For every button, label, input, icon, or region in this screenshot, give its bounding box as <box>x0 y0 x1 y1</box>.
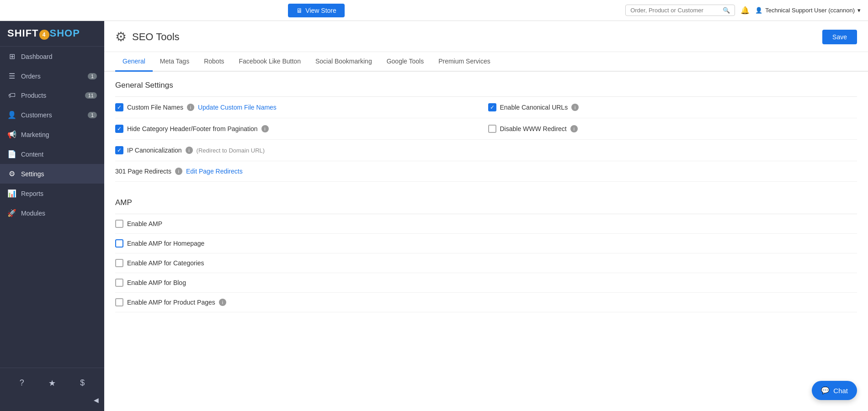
canonical-urls-checkbox[interactable]: ✓ <box>488 103 496 111</box>
amp-blog-label: Enable AMP for Blog <box>127 279 186 286</box>
customers-icon: 👤 <box>7 111 16 119</box>
tab-robots[interactable]: Robots <box>197 52 231 72</box>
edit-page-redirects-link[interactable]: Edit Page Redirects <box>186 168 243 175</box>
amp-title: AMP <box>115 191 857 214</box>
ip-canonicalization-checkbox[interactable]: ✓ <box>115 146 123 154</box>
sidebar-bottom-icons: ? ★ $ <box>0 373 104 394</box>
logo-shift: SHIFT <box>7 27 39 39</box>
notifications-bell-icon[interactable]: 🔔 <box>740 6 750 15</box>
modules-icon: 🚀 <box>7 209 16 217</box>
tab-premium-services[interactable]: Premium Services <box>431 52 498 72</box>
sidebar-collapse-button[interactable]: ◀ <box>0 394 104 406</box>
sidebar-item-label: Orders <box>21 73 41 80</box>
collapse-icon: ◀ <box>94 396 99 404</box>
tab-facebook-like-button[interactable]: Facebook Like Button <box>232 52 308 72</box>
amp-blog-checkbox[interactable] <box>115 279 123 287</box>
view-store-button[interactable]: 🖥 View Store <box>288 4 344 17</box>
tab-google-tools[interactable]: Google Tools <box>379 52 431 72</box>
search-icon: 🔍 <box>723 7 730 14</box>
reports-icon: 📊 <box>7 189 16 198</box>
content-area: General Settings ✓ Custom File Names i U… <box>104 72 868 411</box>
amp-product-pages-info-icon[interactable]: i <box>219 299 226 306</box>
amp-row-categories: Enable AMP for Categories <box>115 253 857 273</box>
checkmark-icon: ✓ <box>117 126 122 132</box>
canonical-urls-label: Enable Canonical URLs <box>500 104 568 111</box>
amp-product-pages-checkbox[interactable] <box>115 298 123 306</box>
general-settings-title: General Settings <box>115 72 857 97</box>
page-title-area: ⚙ SEO Tools <box>115 29 180 44</box>
favorites-icon[interactable]: ★ <box>47 376 58 390</box>
sidebar-item-marketing[interactable]: 📢 Marketing <box>0 125 104 144</box>
update-custom-file-names-link[interactable]: Update Custom File Names <box>198 104 277 111</box>
canonical-urls-info-icon[interactable]: i <box>571 104 579 111</box>
ip-canonicalization-muted: (Redirect to Domain URL) <box>197 147 265 154</box>
logo-badge: 4 <box>39 30 49 40</box>
disable-www-info-icon[interactable]: i <box>570 125 578 132</box>
301-redirects-label: 301 Page Redirects <box>115 168 171 175</box>
enable-amp-label: Enable AMP <box>127 220 162 227</box>
sidebar-item-orders[interactable]: ☰ Orders 1 <box>0 66 104 86</box>
user-menu[interactable]: 👤 Technical Support User (ccannon) ▾ <box>755 7 861 14</box>
chat-icon: 💬 <box>821 386 830 395</box>
settings-row-ip-canonicalization: ✓ IP Canonicalization i (Redirect to Dom… <box>115 140 857 161</box>
store-icon: 🖥 <box>296 7 303 14</box>
sidebar-item-label: Content <box>21 151 43 158</box>
help-icon[interactable]: ? <box>18 376 26 390</box>
sidebar-item-customers[interactable]: 👤 Customers 1 <box>0 105 104 125</box>
disable-www-checkbox[interactable] <box>488 125 496 133</box>
sidebar-item-label: Customers <box>21 111 52 119</box>
sidebar-logo: SHIFT4SHOP <box>0 21 104 47</box>
301-redirects-info-icon[interactable]: i <box>175 168 182 175</box>
layout: SHIFT4SHOP ⊞ Dashboard ☰ Orders 1 🏷 Prod… <box>0 21 868 411</box>
sidebar-nav: ⊞ Dashboard ☰ Orders 1 🏷 Products 11 👤 C… <box>0 47 104 223</box>
hide-category-checkbox[interactable]: ✓ <box>115 125 123 133</box>
settings-icon: ⚙ <box>7 169 16 178</box>
amp-section: AMP Enable AMP Enable AMP for Homepage E… <box>115 191 857 312</box>
topbar-right: 🔍 🔔 👤 Technical Support User (ccannon) ▾ <box>625 5 861 16</box>
tabs: General Meta Tags Robots Facebook Like B… <box>104 52 868 72</box>
search-input[interactable] <box>630 7 720 14</box>
save-button[interactable]: Save <box>822 30 857 44</box>
chat-button[interactable]: 💬 Chat <box>812 381 857 400</box>
ip-canonicalization-label: IP Canonicalization <box>127 147 182 154</box>
products-icon: 🏷 <box>7 91 16 100</box>
custom-file-names-info-icon[interactable]: i <box>187 104 194 111</box>
sidebar-item-content[interactable]: 📄 Content <box>0 144 104 164</box>
sidebar-item-products[interactable]: 🏷 Products 11 <box>0 86 104 105</box>
amp-categories-checkbox[interactable] <box>115 259 123 267</box>
chat-label: Chat <box>833 387 848 395</box>
checkmark-icon: ✓ <box>117 147 122 153</box>
dashboard-icon: ⊞ <box>7 52 16 61</box>
products-badge: 11 <box>85 92 97 99</box>
user-name-label: Technical Support User (ccannon) <box>765 7 855 14</box>
logo: SHIFT4SHOP <box>7 27 80 40</box>
sidebar-item-settings[interactable]: ⚙ Settings <box>0 164 104 184</box>
user-avatar-icon: 👤 <box>755 7 762 14</box>
checkmark-icon: ✓ <box>117 104 122 111</box>
hide-category-info-icon[interactable]: i <box>261 125 269 132</box>
search-box[interactable]: 🔍 <box>625 5 735 16</box>
ip-canonicalization-info-icon[interactable]: i <box>186 147 193 154</box>
topbar-center: 🖥 View Store <box>288 4 344 17</box>
sidebar-item-reports[interactable]: 📊 Reports <box>0 184 104 203</box>
amp-homepage-checkbox[interactable] <box>115 239 123 248</box>
page-title: SEO Tools <box>132 31 180 43</box>
view-store-label: View Store <box>305 7 336 14</box>
seo-tools-icon: ⚙ <box>115 29 127 44</box>
logo-shop: SHOP <box>50 27 80 39</box>
billing-icon[interactable]: $ <box>78 376 86 390</box>
hide-category-label: Hide Category Header/Footer from Paginat… <box>127 125 258 132</box>
tab-meta-tags[interactable]: Meta Tags <box>153 52 197 72</box>
enable-amp-checkbox[interactable] <box>115 220 123 228</box>
sidebar-item-label: Settings <box>21 170 44 178</box>
tab-general[interactable]: General <box>115 52 153 72</box>
custom-file-names-label: Custom File Names <box>127 104 183 111</box>
sidebar-item-dashboard[interactable]: ⊞ Dashboard <box>0 47 104 66</box>
sidebar: SHIFT4SHOP ⊞ Dashboard ☰ Orders 1 🏷 Prod… <box>0 21 104 411</box>
marketing-icon: 📢 <box>7 130 16 139</box>
sidebar-item-label: Dashboard <box>21 53 53 60</box>
tab-social-bookmarking[interactable]: Social Bookmarking <box>308 52 379 72</box>
sidebar-item-modules[interactable]: 🚀 Modules <box>0 203 104 223</box>
custom-file-names-checkbox[interactable]: ✓ <box>115 103 123 111</box>
content-icon: 📄 <box>7 150 16 158</box>
